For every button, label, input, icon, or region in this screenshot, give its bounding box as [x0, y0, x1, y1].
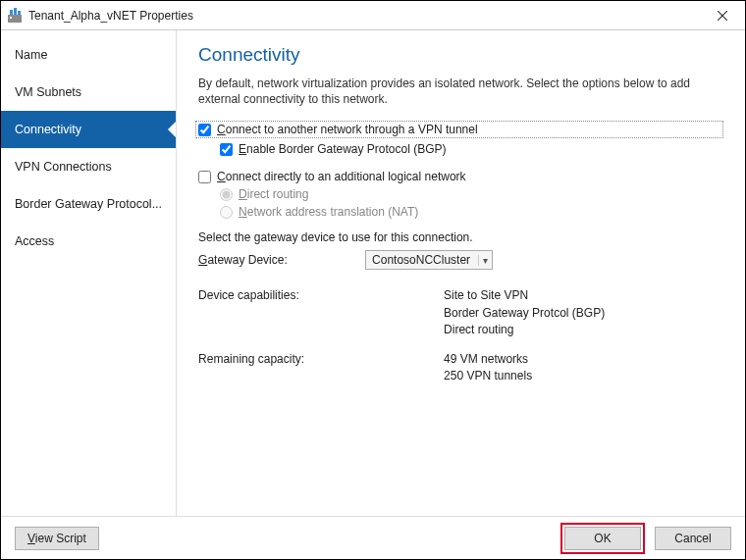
device-capabilities-block: Device capabilities: Site to Site VPN Bo…: [198, 287, 723, 384]
bgp-row: Enable Border Gateway Protocol (BGP): [220, 142, 723, 156]
direct-connect-label[interactable]: Connect directly to an additional logica…: [217, 170, 465, 183]
svg-rect-2: [10, 10, 13, 15]
bgp-checkbox[interactable]: [220, 143, 233, 156]
nat-radio[interactable]: [220, 206, 233, 219]
titlebar: Tenant_Alpha_vNET Properties: [1, 1, 745, 30]
app-icon: [7, 8, 23, 24]
sidebar-item-bgp[interactable]: Border Gateway Protocol...: [1, 185, 176, 223]
content-panel: Connectivity By default, network virtual…: [177, 30, 745, 516]
direct-connect-row: Connect directly to an additional logica…: [198, 170, 723, 183]
sidebar-item-name[interactable]: Name: [1, 36, 176, 74]
footer: View Script OK Cancel: [1, 516, 745, 559]
direct-routing-label: Direct routing: [239, 187, 308, 201]
vpn-tunnel-label[interactable]: Connect to another network through a VPN…: [217, 123, 478, 136]
remaining-capacity-value: 49 VM networks 250 VPN tunnels: [444, 351, 723, 385]
gateway-device-label: Gateway Device:: [198, 253, 365, 267]
gateway-device-select[interactable]: ContosoNCCluster ▾: [365, 250, 493, 270]
close-button[interactable]: [708, 5, 737, 26]
svg-rect-4: [18, 11, 21, 15]
nat-row: Network address translation (NAT): [220, 205, 723, 219]
direct-connect-checkbox[interactable]: [198, 171, 211, 183]
device-capabilities-label: Device capabilities:: [198, 287, 444, 338]
bgp-label[interactable]: Enable Border Gateway Protocol (BGP): [239, 142, 446, 156]
gateway-device-value: ContosoNCCluster: [372, 253, 470, 267]
vpn-tunnel-row: Connect to another network through a VPN…: [195, 121, 723, 138]
device-capabilities-value: Site to Site VPN Border Gateway Protcol …: [444, 287, 723, 338]
direct-routing-radio[interactable]: [220, 188, 233, 201]
gateway-prompt: Select the gateway device to use for thi…: [198, 230, 723, 244]
sidebar-item-access[interactable]: Access: [1, 223, 176, 260]
direct-routing-row: Direct routing: [220, 187, 723, 201]
intro-text: By default, network virtualization provi…: [198, 76, 723, 107]
main-area: Name VM Subnets Connectivity VPN Connect…: [1, 30, 745, 516]
ok-highlight: OK: [560, 523, 645, 554]
sidebar-item-vpn-connections[interactable]: VPN Connections: [1, 148, 176, 185]
sidebar: Name VM Subnets Connectivity VPN Connect…: [1, 30, 177, 516]
gateway-row: Gateway Device: ContosoNCCluster ▾: [198, 250, 723, 270]
vpn-tunnel-checkbox[interactable]: [198, 124, 211, 136]
close-icon: [718, 11, 727, 21]
cancel-button[interactable]: Cancel: [655, 527, 731, 550]
sidebar-item-connectivity[interactable]: Connectivity: [1, 111, 176, 148]
sidebar-item-vm-subnets[interactable]: VM Subnets: [1, 74, 176, 111]
nat-label: Network address translation (NAT): [239, 205, 418, 219]
window-title: Tenant_Alpha_vNET Properties: [28, 9, 708, 23]
svg-rect-3: [14, 8, 17, 15]
page-title: Connectivity: [198, 44, 723, 66]
chevron-down-icon: ▾: [478, 255, 488, 266]
view-script-button[interactable]: View Script: [15, 527, 99, 550]
remaining-capacity-label: Remaining capacity:: [198, 351, 444, 385]
svg-rect-1: [10, 17, 12, 19]
ok-button[interactable]: OK: [564, 527, 641, 550]
